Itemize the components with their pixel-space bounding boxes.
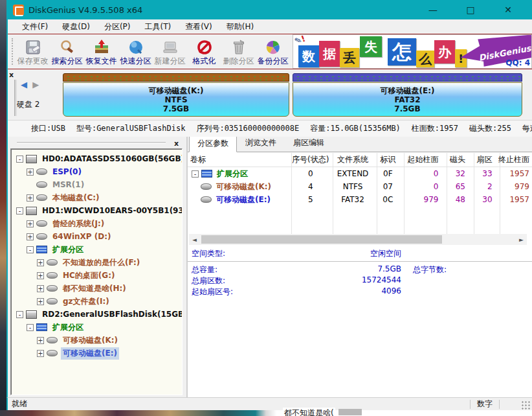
tree-item-g[interactable]: +HC的桌面(G:)	[11, 269, 182, 282]
partition-filesystem: FAT32	[394, 95, 420, 104]
tree-item-extended-2[interactable]: -扩展分区	[11, 321, 182, 334]
partition-box-e[interactable]: 可移动磁盘(E:) FAT32 7.5GB	[293, 73, 522, 117]
tree-item-j[interactable]: +曾经的系统(J:)	[11, 217, 182, 230]
expander-icon[interactable]: -	[16, 156, 23, 163]
expander-icon[interactable]: -	[192, 170, 199, 178]
expander-icon[interactable]: +	[37, 259, 44, 266]
expander-icon[interactable]: -	[16, 207, 23, 214]
tree-item-k[interactable]: +可移动磁盘(K:)	[11, 334, 182, 347]
expander-icon[interactable]: -	[27, 324, 34, 331]
search-partition-button[interactable]: 搜索分区	[50, 34, 84, 69]
tree-item-e-selected[interactable]: +可移动磁盘(E:)	[11, 347, 182, 360]
tree-item-f[interactable]: +不知道放的是什么(F:)	[11, 256, 182, 269]
toolbar-drag-handle[interactable]	[12, 38, 14, 65]
tree-item-hd0[interactable]: -HD0:ADATASSDS51060GB(56GB)	[11, 152, 182, 165]
next-disk-arrow-icon[interactable]: ▶	[32, 80, 39, 89]
delete-partition-button[interactable]: 删除分区	[221, 34, 256, 69]
expander-icon[interactable]	[27, 181, 34, 189]
partition-size: 7.5GB	[163, 104, 189, 113]
recover-files-button[interactable]: 恢复文件	[84, 34, 118, 69]
search-icon	[59, 39, 76, 56]
menubar: 文件(F) 硬盘(D) 分区(P) 工具(T) 查看(V) 帮助(H)	[8, 19, 532, 34]
backup-partition-button[interactable]: 备份分区	[256, 34, 290, 69]
extended-strip	[63, 73, 289, 82]
backup-partition-icon	[265, 39, 282, 56]
table-row-e[interactable]: 可移动磁盘(E:) 5 FAT32 0C 979 48 30 1957	[188, 193, 532, 206]
tree-item-label: 不知道放的是什么(F:)	[61, 257, 142, 269]
menu-partition[interactable]: 分区(P)	[98, 20, 137, 34]
start-sector-value: 4096	[188, 286, 401, 295]
menu-disk[interactable]: 硬盘(D)	[56, 20, 96, 34]
tree-item-label: HC的桌面(G:)	[61, 270, 116, 282]
format-button[interactable]: 格式化	[187, 34, 221, 69]
col-start-cylinder: 起始柱面	[401, 154, 443, 165]
scroll-left-arrow-icon[interactable]: ◄	[189, 237, 200, 243]
close-button[interactable]: ✕	[489, 0, 527, 19]
banner-char: 失	[360, 36, 382, 57]
tree-item-label: 可移动磁盘(E:)	[61, 347, 119, 360]
menu-help[interactable]: 帮助(H)	[220, 20, 260, 34]
new-partition-button[interactable]: 新建分区	[153, 34, 187, 69]
prev-disk-arrow-icon[interactable]: ◀	[21, 80, 27, 89]
tree-item-rd2[interactable]: -RD2:GeneralUSBFlashDisk(15GB)	[11, 308, 182, 321]
extended-partition-icon	[36, 246, 47, 253]
panel-drag-handle[interactable]	[14, 80, 17, 116]
diskgenius-window: DiskGenius V4.9.5.508 x64 — □ ✕ 文件(F) 硬盘…	[6, 0, 532, 410]
expander-icon[interactable]: +	[37, 298, 44, 305]
drive-icon	[36, 168, 47, 175]
tree-item-esp[interactable]: +ESP(0)	[11, 165, 182, 178]
banner-char: 么	[416, 51, 434, 67]
resize-grip[interactable]	[522, 401, 531, 410]
expander-icon[interactable]: +	[37, 272, 44, 279]
table-header-row: 卷标 序号(状态) 文件系统 标识 起始柱面 磁头 扇区 终止柱面	[188, 153, 532, 167]
disk-info-line: 接口:USB 型号:GeneralUSBFlashDisk 序列号:035160…	[8, 120, 532, 137]
panel-drag-handle[interactable]	[17, 142, 166, 144]
disk-label: 硬盘 2	[17, 99, 39, 110]
save-changes-button[interactable]: 保存更改	[16, 34, 50, 69]
tree-item-i[interactable]: +gz文件盘(I:)	[11, 295, 182, 308]
expander-icon[interactable]: +	[27, 233, 34, 240]
partition-name: 可移动磁盘(E:)	[381, 86, 435, 95]
disk-cylinders: 柱面数:1957	[412, 123, 458, 134]
tree-item-extended-1[interactable]: -扩展分区	[11, 243, 182, 256]
drive-icon	[47, 285, 58, 292]
table-row-k[interactable]: 可移动磁盘(K:) 4 NTFS 07 0 65 2 979	[188, 180, 532, 193]
expander-icon[interactable]: +	[37, 350, 44, 357]
tree-item-hd1[interactable]: -HD1:WDCWD10EARS-00Y5B1(932GB)	[11, 204, 182, 217]
tab-partition-params[interactable]: 分区参数	[189, 137, 237, 152]
panel-close-icon[interactable]: x	[9, 71, 14, 79]
partition-box-k[interactable]: 可移动磁盘(K:) NTFS 7.5GB	[63, 73, 289, 117]
tree-item-msr[interactable]: MSR(1)	[11, 178, 182, 191]
maximize-button[interactable]: □	[452, 0, 489, 19]
drive-icon	[47, 337, 58, 343]
menu-view[interactable]: 查看(V)	[179, 20, 219, 34]
expander-icon[interactable]: +	[27, 220, 34, 227]
close-icon[interactable]: x	[174, 139, 179, 148]
tree-item-d[interactable]: +64WinXP (D:)	[11, 230, 182, 243]
menu-tools[interactable]: 工具(T)	[138, 20, 177, 34]
tree-item-h[interactable]: +都不知道是啥(H:)	[11, 282, 182, 295]
status-ready: 就绪	[8, 399, 470, 410]
expander-icon[interactable]: -	[27, 246, 34, 253]
ad-banner[interactable]: ✎! 数 据 丢 失 怎 么 办 ! DiskGenius团队 QQ: 4	[293, 34, 532, 69]
h-scrollbar[interactable]: ◄ ►	[189, 234, 527, 245]
expander-icon[interactable]: +	[37, 285, 44, 292]
disk-icon	[26, 310, 37, 319]
partition-detail-panel: 分区参数 浏览文件 扇区编辑 卷标 序号(状态) 文件系统 标识 起始柱面 磁头…	[188, 137, 532, 397]
tab-browse-files[interactable]: 浏览文件	[237, 137, 285, 152]
minimize-button[interactable]: —	[414, 0, 452, 19]
expander-icon[interactable]: +	[27, 194, 34, 202]
scrollbar-thumb[interactable]	[201, 235, 442, 244]
tab-sector-edit[interactable]: 扇区编辑	[285, 137, 333, 152]
save-icon	[25, 39, 41, 56]
menu-file[interactable]: 文件(F)	[16, 20, 54, 34]
expander-icon[interactable]: -	[16, 311, 23, 318]
tree-item-local-c[interactable]: +本地磁盘(C:)	[11, 191, 182, 204]
expander-icon[interactable]: +	[37, 337, 44, 344]
expander-icon[interactable]: +	[27, 168, 34, 176]
quick-partition-button[interactable]: 快速分区	[118, 34, 153, 69]
table-row-extended[interactable]: -扩展分区 0 EXTEND 0F 0 32 33 1957	[188, 167, 532, 180]
partition-size: 7.5GB	[394, 104, 420, 113]
tree-item-label: 曾经的系统(J:)	[50, 218, 106, 230]
scroll-right-arrow-icon[interactable]: ►	[516, 237, 527, 243]
